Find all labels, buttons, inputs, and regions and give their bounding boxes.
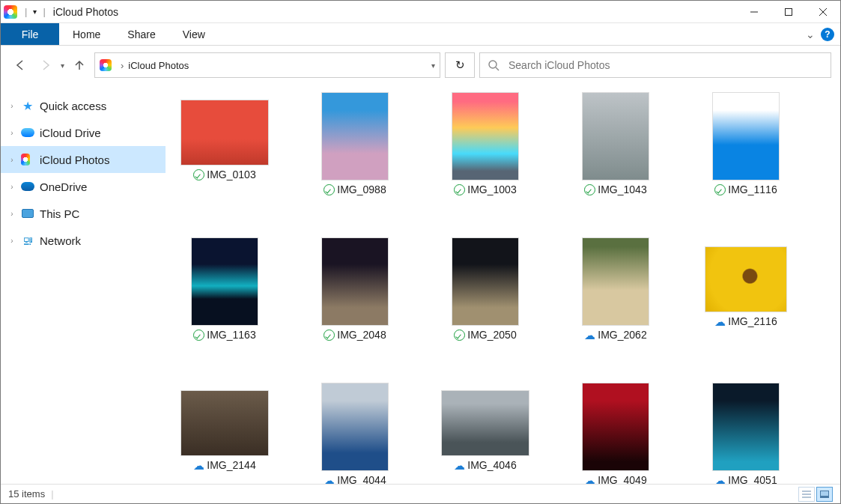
close-button[interactable] xyxy=(806,1,840,23)
address-dropdown-icon[interactable]: ▾ xyxy=(431,61,435,70)
file-item[interactable]: IMG_1003 xyxy=(441,92,529,195)
grid-icon xyxy=(820,491,829,498)
thumbnail[interactable] xyxy=(712,383,780,471)
pc-icon xyxy=(21,207,34,220)
file-item[interactable]: ☁IMG_4046 xyxy=(441,383,529,484)
file-label: ☁IMG_2144 xyxy=(193,459,255,471)
cloud-only-icon: ☁ xyxy=(714,316,726,327)
file-label: IMG_0988 xyxy=(324,183,386,195)
ribbon-expand-icon[interactable]: ⌄ xyxy=(806,28,815,40)
chevron-right-icon[interactable]: › xyxy=(8,129,16,137)
sidebar-item-network[interactable]: ›🖳Network xyxy=(1,227,166,254)
thumbnail[interactable] xyxy=(191,237,258,326)
file-label: IMG_0103 xyxy=(193,168,255,180)
thumbnail[interactable] xyxy=(582,383,649,471)
details-view-button[interactable] xyxy=(798,487,815,502)
synced-icon xyxy=(193,330,204,341)
cloud-only-icon: ☁ xyxy=(714,475,726,485)
search-box[interactable] xyxy=(479,52,831,78)
sidebar-item-label: Quick access xyxy=(40,100,106,112)
file-label: IMG_2048 xyxy=(324,329,386,341)
thumbnail[interactable] xyxy=(452,92,519,180)
file-name: IMG_2116 xyxy=(728,315,777,327)
file-item[interactable]: ☁IMG_2116 xyxy=(702,237,790,341)
file-item[interactable]: IMG_2048 xyxy=(311,237,399,341)
thumbnail[interactable] xyxy=(321,92,389,180)
file-name: IMG_0988 xyxy=(337,183,386,195)
ribbon-tab-share[interactable]: Share xyxy=(114,23,168,45)
sidebar-item-onedrive[interactable]: ›OneDrive xyxy=(1,173,166,200)
file-label: ☁IMG_4051 xyxy=(714,474,777,484)
sidebar-item-icloud[interactable]: ›iCloud Drive xyxy=(1,119,166,146)
cloud-only-icon: ☁ xyxy=(454,460,465,471)
chevron-right-icon[interactable]: › xyxy=(8,210,16,218)
file-item[interactable]: ☁IMG_2144 xyxy=(180,383,269,484)
history-dropdown-icon[interactable]: ▾ xyxy=(61,61,64,70)
help-button[interactable]: ? xyxy=(821,28,834,41)
refresh-button[interactable]: ↻ xyxy=(445,52,475,78)
ribbon-tab-home[interactable]: Home xyxy=(59,23,114,45)
photos-icon xyxy=(21,153,34,166)
file-item[interactable]: IMG_1043 xyxy=(571,92,660,195)
ribbon: File Home Share View ⌄ ? xyxy=(1,23,840,46)
chevron-right-icon[interactable]: › xyxy=(8,156,16,164)
window-title: iCloud Photos xyxy=(53,6,118,18)
address-bar[interactable]: › iCloud Photos ▾ xyxy=(94,52,440,78)
back-button[interactable] xyxy=(10,55,31,76)
synced-icon xyxy=(193,169,204,180)
file-name: IMG_4051 xyxy=(728,474,777,484)
file-item[interactable]: IMG_2050 xyxy=(441,237,529,341)
chevron-right-icon[interactable]: › xyxy=(8,102,16,110)
file-name: IMG_1116 xyxy=(728,183,777,195)
svg-rect-1 xyxy=(786,8,792,15)
thumbnail[interactable] xyxy=(452,237,519,326)
file-name: IMG_0103 xyxy=(207,168,255,180)
up-button[interactable] xyxy=(69,55,90,76)
search-input[interactable] xyxy=(507,58,823,72)
chevron-right-icon[interactable]: › xyxy=(8,237,16,245)
close-icon xyxy=(819,7,828,16)
sidebar-item-star[interactable]: ›★Quick access xyxy=(1,92,166,119)
file-item[interactable]: ☁IMG_4049 xyxy=(571,383,660,484)
sidebar-item-label: Network xyxy=(40,234,81,247)
thumbnail[interactable] xyxy=(321,383,389,471)
network-icon: 🖳 xyxy=(21,234,34,247)
thumbnails-view-button[interactable] xyxy=(816,487,833,502)
thumbnail[interactable] xyxy=(705,246,787,312)
file-pane[interactable]: IMG_0103IMG_0988IMG_1003IMG_1043IMG_1116… xyxy=(166,85,840,484)
file-item[interactable]: ☁IMG_2062 xyxy=(571,237,660,341)
sidebar-item-photos[interactable]: ›iCloud Photos xyxy=(1,146,166,173)
thumbnail[interactable] xyxy=(321,237,389,326)
file-item[interactable]: IMG_1163 xyxy=(180,237,269,341)
thumbnail[interactable] xyxy=(180,390,269,456)
file-item[interactable]: ☁IMG_4051 xyxy=(702,383,790,484)
thumbnail[interactable] xyxy=(441,390,529,456)
refresh-icon: ↻ xyxy=(455,58,465,72)
separator: | xyxy=(25,6,27,17)
file-name: IMG_2062 xyxy=(598,329,646,341)
item-count: 15 items xyxy=(8,488,45,500)
thumbnail[interactable] xyxy=(582,92,649,180)
quick-access-dropdown-icon[interactable]: ▾ xyxy=(33,7,37,16)
file-tab[interactable]: File xyxy=(1,23,59,45)
maximize-button[interactable] xyxy=(771,1,806,23)
file-name: IMG_1003 xyxy=(467,183,516,195)
thumbnail[interactable] xyxy=(712,92,780,180)
sidebar-item-pc[interactable]: ›This PC xyxy=(1,200,166,227)
ribbon-tab-view[interactable]: View xyxy=(169,23,219,45)
minimize-button[interactable] xyxy=(737,1,771,23)
file-label: ☁IMG_4046 xyxy=(454,459,516,471)
file-item[interactable]: IMG_0988 xyxy=(311,92,399,195)
svg-point-4 xyxy=(489,61,497,68)
file-item[interactable]: ☁IMG_4044 xyxy=(311,383,399,484)
forward-button[interactable] xyxy=(35,55,56,76)
thumbnail[interactable] xyxy=(582,237,649,326)
thumbnail[interactable] xyxy=(180,100,269,166)
file-item[interactable]: IMG_0103 xyxy=(180,92,269,195)
star-icon: ★ xyxy=(21,99,34,112)
breadcrumb[interactable]: iCloud Photos xyxy=(128,60,189,71)
file-label: ☁IMG_4044 xyxy=(324,474,386,484)
file-name: IMG_2048 xyxy=(337,329,386,341)
chevron-right-icon[interactable]: › xyxy=(8,183,16,191)
file-item[interactable]: IMG_1116 xyxy=(702,92,790,195)
